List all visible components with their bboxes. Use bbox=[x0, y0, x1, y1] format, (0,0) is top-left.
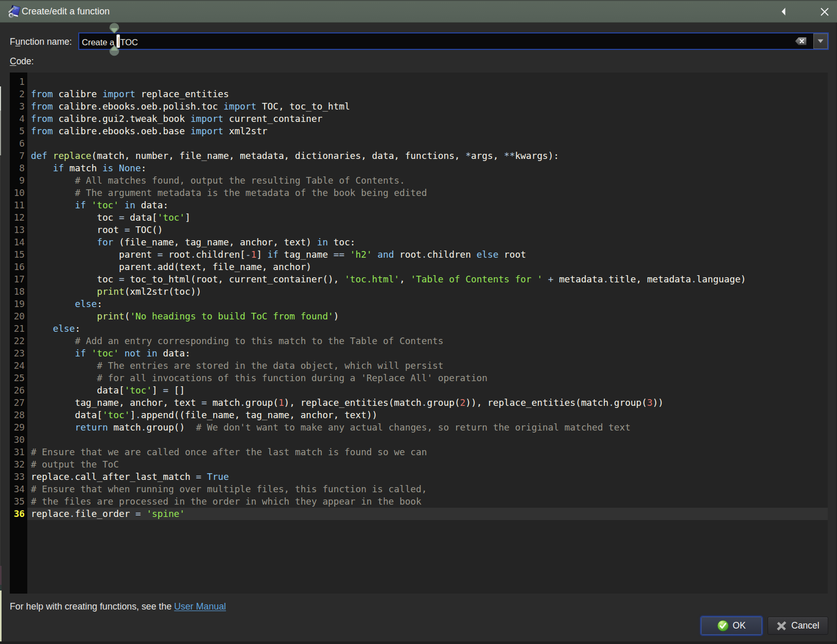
line-number: 20 bbox=[10, 310, 27, 323]
code-line-text: # All matches found, output the resultin… bbox=[27, 174, 828, 187]
code-line-text: # the files are processed in the order i… bbox=[27, 495, 828, 508]
line-number: 5 bbox=[10, 125, 27, 137]
chevron-down-icon bbox=[817, 39, 824, 43]
code-line-text: if match is None: bbox=[27, 162, 828, 174]
line-number: 16 bbox=[10, 261, 27, 273]
code-line-text bbox=[27, 137, 828, 150]
line-number: 19 bbox=[10, 298, 27, 310]
code-line-text: for (file_name, tag_name, anchor, text) … bbox=[27, 236, 828, 248]
code-line-text: parent.add(text, file_name, anchor) bbox=[27, 261, 828, 273]
window-bottom-edge bbox=[0, 641, 837, 644]
code-line: 16 parent.add(text, file_name, anchor) bbox=[10, 261, 828, 273]
line-number: 25 bbox=[10, 372, 27, 384]
function-dialog-icon bbox=[7, 5, 21, 19]
cancel-button-label: Cancel bbox=[791, 620, 819, 631]
cancel-button[interactable]: Cancel bbox=[768, 617, 828, 635]
line-number: 24 bbox=[10, 360, 27, 372]
line-number: 1 bbox=[10, 76, 27, 88]
code-line-text: replace.call_after_last_match = True bbox=[27, 471, 828, 483]
line-number: 15 bbox=[10, 248, 27, 261]
code-line: 19 else: bbox=[10, 298, 828, 310]
line-number: 10 bbox=[10, 187, 27, 199]
code-line-text: from calibre.ebooks.oeb.polish.toc impor… bbox=[27, 100, 828, 113]
code-line-text: toc = toc_to_html(root, current_containe… bbox=[27, 273, 828, 285]
code-line: 15 parent = root.children[-1] if tag_nam… bbox=[10, 248, 828, 261]
line-number: 6 bbox=[10, 137, 27, 150]
code-line-text: else: bbox=[27, 323, 828, 335]
line-number: 9 bbox=[10, 174, 27, 187]
line-number: 35 bbox=[10, 495, 27, 508]
ok-check-icon bbox=[717, 620, 729, 632]
code-line: 36replace.file_order = 'spine' bbox=[10, 508, 828, 520]
code-line: 4from calibre.gui2.tweak_book import cur… bbox=[10, 113, 828, 125]
ok-button[interactable]: OK bbox=[701, 617, 762, 635]
code-line-text bbox=[27, 76, 828, 88]
line-number: 7 bbox=[10, 150, 27, 162]
code-line-text: if 'toc' in data: bbox=[27, 199, 828, 211]
code-line-text: else: bbox=[27, 298, 828, 310]
code-line: 21 else: bbox=[10, 323, 828, 335]
code-line-text: # The entries are stored in the data obj… bbox=[27, 360, 828, 372]
code-line: 5from calibre.ebooks.oeb.base import xml… bbox=[10, 125, 828, 137]
line-number: 13 bbox=[10, 224, 27, 236]
code-line: 1 bbox=[10, 76, 828, 88]
code-line: 25 # for all invocations of this functio… bbox=[10, 372, 828, 384]
line-number: 4 bbox=[10, 113, 27, 125]
line-number: 28 bbox=[10, 409, 27, 421]
code-line-text: from calibre.gui2.tweak_book import curr… bbox=[27, 113, 828, 125]
code-line-text: if 'toc' not in data: bbox=[27, 347, 828, 360]
code-line: 33replace.call_after_last_match = True bbox=[10, 471, 828, 483]
code-line: 9 # All matches found, output the result… bbox=[10, 174, 828, 187]
code-line-text bbox=[27, 434, 828, 446]
code-line-text: print(xml2str(toc)) bbox=[27, 285, 828, 298]
line-number: 12 bbox=[10, 211, 27, 224]
code-line-text: # for all invocations of this function d… bbox=[27, 372, 828, 384]
line-number: 22 bbox=[10, 335, 27, 347]
code-line: 12 toc = data['toc'] bbox=[10, 211, 828, 224]
line-number: 26 bbox=[10, 384, 27, 397]
code-line: 24 # The entries are stored in the data … bbox=[10, 360, 828, 372]
function-name-value[interactable]: Create a TOC bbox=[82, 34, 138, 50]
code-line: 34# Ensure that when running over multip… bbox=[10, 483, 828, 495]
user-manual-link[interactable]: User Manual bbox=[174, 601, 226, 612]
left-triangle-icon bbox=[781, 8, 786, 15]
function-name-label: Function name: bbox=[10, 37, 72, 47]
code-line: 2from calibre import replace_entities bbox=[10, 88, 828, 100]
code-line: 30 bbox=[10, 434, 828, 446]
code-line-text: # output the ToC bbox=[27, 458, 828, 471]
code-line: 32# output the ToC bbox=[10, 458, 828, 471]
function-name-dropdown-button[interactable] bbox=[813, 33, 828, 49]
function-name-combobox[interactable]: Create a TOC bbox=[78, 32, 829, 50]
code-line-text: from calibre.ebooks.oeb.base import xml2… bbox=[27, 125, 828, 137]
titlebar[interactable]: Create/edit a function bbox=[0, 0, 837, 23]
code-line: 10 # The argument metadata is the metada… bbox=[10, 187, 828, 199]
close-icon bbox=[821, 8, 829, 16]
clear-input-button[interactable] bbox=[795, 37, 807, 45]
line-number: 23 bbox=[10, 347, 27, 360]
code-line: 22 # Add an entry corresponding to this … bbox=[10, 335, 828, 347]
titlebar-close-button[interactable] bbox=[815, 1, 834, 22]
code-line-text: print('No headings to build ToC from fou… bbox=[27, 310, 828, 323]
code-line: 23 if 'toc' not in data: bbox=[10, 347, 828, 360]
line-number: 29 bbox=[10, 421, 27, 434]
line-number: 8 bbox=[10, 162, 27, 174]
left-edge-artifact bbox=[0, 111, 1, 155]
code-line-text: root = TOC() bbox=[27, 224, 828, 236]
code-line: 3from calibre.ebooks.oeb.polish.toc impo… bbox=[10, 100, 828, 113]
code-line: 18 print(xml2str(toc)) bbox=[10, 285, 828, 298]
code-rows: 12from calibre import replace_entities3f… bbox=[10, 76, 828, 520]
code-line-text: def replace(match, number, file_name, me… bbox=[27, 150, 828, 162]
code-line: 7def replace(match, number, file_name, m… bbox=[10, 150, 828, 162]
code-editor[interactable]: 12from calibre import replace_entities3f… bbox=[10, 73, 828, 594]
code-line-text: # Add an entry corresponding to this mat… bbox=[27, 335, 828, 347]
code-line-text: parent = root.children[-1] if tag_name =… bbox=[27, 248, 828, 261]
line-number: 36 bbox=[10, 508, 27, 520]
code-line-text: data['toc'] = [] bbox=[27, 384, 828, 397]
titlebar-back-button[interactable] bbox=[774, 1, 793, 22]
code-line: 17 toc = toc_to_html(root, current_conta… bbox=[10, 273, 828, 285]
code-line: 27 tag_name, anchor, text = match.group(… bbox=[10, 397, 828, 409]
ok-button-label: OK bbox=[733, 620, 745, 631]
code-label: Code: bbox=[10, 56, 34, 67]
code-line: 28 data['toc'].append((file_name, tag_na… bbox=[10, 409, 828, 421]
clear-input-icon bbox=[795, 37, 807, 45]
